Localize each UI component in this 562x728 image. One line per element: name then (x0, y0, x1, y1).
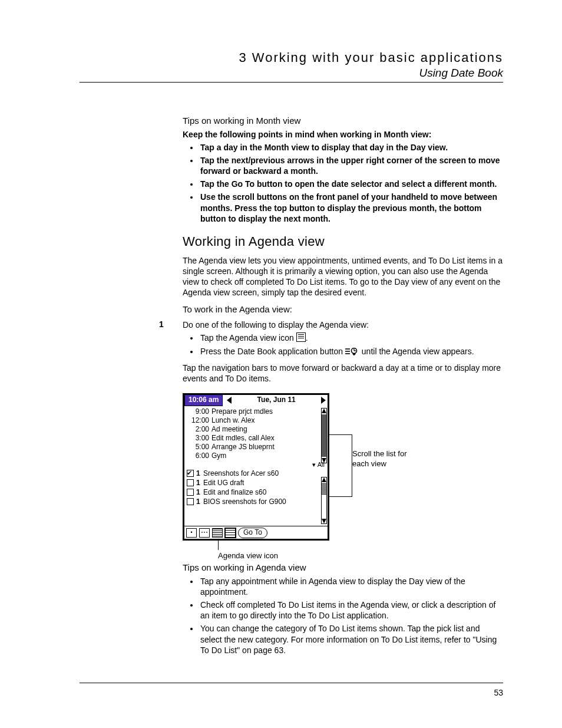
chapter-title: 3 Working with your basic applications (80, 50, 503, 65)
prev-day-arrow-icon[interactable] (227, 397, 232, 404)
category-picker[interactable]: All (184, 460, 328, 469)
checkbox-icon[interactable] (187, 470, 194, 477)
event-row[interactable]: 3:00Edit mdles, call Alex (187, 434, 326, 443)
week-view-icon[interactable] (199, 528, 210, 538)
todo-row[interactable]: 1BIOS sreenshots for G900 (187, 497, 326, 506)
list-item: Press the Date Book application button u… (199, 346, 503, 357)
step-intro: Do one of the following to display the A… (183, 320, 369, 330)
list-item: Check off completed To Do List items in … (199, 599, 503, 621)
next-day-arrow-icon[interactable] (321, 397, 326, 404)
event-row[interactable]: 9:00Prepare prjct mdles (187, 407, 326, 416)
list-item: Tap the Go To button to open the date se… (199, 179, 503, 189)
tips-month-list: Tap a day in the Month view to display t… (183, 142, 503, 224)
todo-row[interactable]: 1Edit UG draft (187, 478, 326, 487)
pda-screenshot: 10:06 am Tue, Jun 11 9:00Prepare prjct m… (183, 393, 329, 541)
tips-agenda-heading: Tips on working in Agenda view (183, 562, 503, 574)
agenda-paragraph: The Agenda view lets you view appointmen… (183, 255, 503, 298)
event-row[interactable]: 2:00Ad meeting (187, 425, 326, 434)
svg-marker-6 (352, 354, 356, 355)
todo-row[interactable]: 1Sreenshots for Acer s60 (187, 469, 326, 478)
event-row[interactable]: 12:00Lunch w. Alex (187, 416, 326, 425)
list-item: Tap any appointment while in Agenda view… (199, 576, 503, 597)
section-title: Using Date Book (80, 67, 503, 80)
event-row[interactable]: 5:00Arrange JS blueprnt (187, 443, 326, 452)
clock-badge[interactable]: 10:06 am (184, 394, 223, 406)
checkbox-icon[interactable] (187, 489, 194, 496)
month-view-icon[interactable] (212, 528, 223, 538)
footer-rule (80, 683, 503, 683)
scroll-callout: Scroll the list for each view (352, 449, 417, 469)
todos-scrollbar[interactable] (321, 477, 327, 524)
event-row[interactable]: 6:00Gym (187, 452, 326, 460)
list-item: You can change the category of To Do Lis… (199, 623, 503, 655)
agenda-figure: 10:06 am Tue, Jun 11 9:00Prepare prjct m… (183, 393, 503, 558)
list-item: Tap the next/previous arrows in the uppe… (199, 155, 503, 176)
date-label[interactable]: Tue, Jun 11 (236, 396, 316, 405)
agenda-heading: Working in Agenda view (183, 233, 503, 251)
howto-heading: To work in the Agenda view: (183, 304, 503, 315)
events-list: 9:00Prepare prjct mdles 12:00Lunch w. Al… (184, 406, 328, 460)
list-item: Use the scroll buttons on the front pane… (199, 192, 503, 224)
goto-button[interactable]: Go To (238, 528, 267, 538)
list-item: Tap the Agenda view icon . (199, 332, 503, 343)
page-header: 3 Working with your basic applications U… (80, 50, 503, 83)
agenda-view-icon (296, 332, 306, 342)
agenda-view-icon[interactable] (225, 528, 236, 538)
checkbox-icon[interactable] (187, 479, 194, 486)
todo-list: 1Sreenshots for Acer s60 1Edit UG draft … (184, 469, 328, 506)
datebook-button-icon (345, 348, 359, 355)
list-item: Tap a day in the Month view to display t… (199, 142, 503, 153)
tips-month-heading: Tips on working in Month view (183, 115, 503, 127)
tips-month-intro: Keep the following points in mind when w… (183, 129, 503, 140)
day-view-icon[interactable] (186, 528, 197, 538)
figure-caption: Agenda view icon (218, 551, 278, 561)
todo-row[interactable]: 1Edit and finalize s60 (187, 487, 326, 497)
events-scrollbar[interactable] (321, 408, 327, 463)
agenda-tail: Tap the navigation bars to move forward … (183, 363, 503, 384)
step-number: 1 (159, 319, 164, 330)
page-number: 53 (494, 688, 503, 697)
checkbox-icon[interactable] (187, 498, 194, 505)
